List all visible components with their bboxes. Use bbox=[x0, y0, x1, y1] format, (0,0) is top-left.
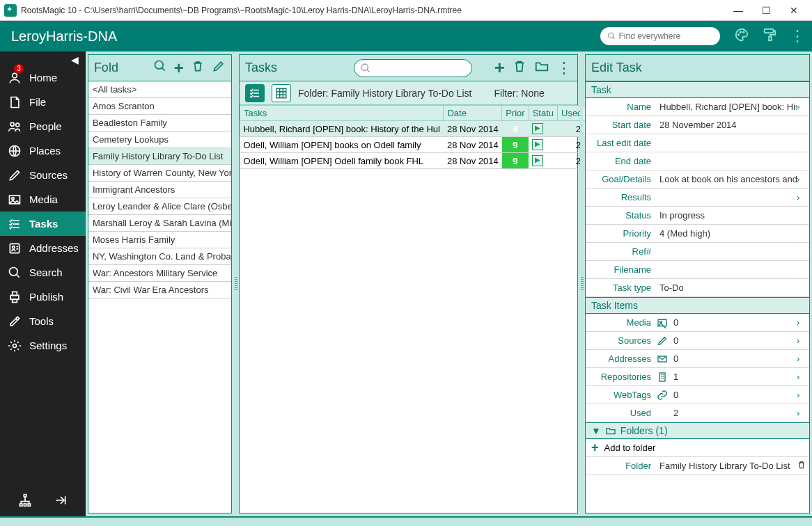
sidebar-item-sources[interactable]: Sources bbox=[0, 163, 86, 187]
item-addresses[interactable]: Addresses0› bbox=[586, 350, 809, 368]
sidebar-item-people[interactable]: People bbox=[0, 114, 86, 138]
task-row[interactable]: Hubbell, Richard [OPEN] book: History of… bbox=[240, 121, 586, 137]
sidebar-item-tools[interactable]: Tools bbox=[0, 309, 86, 333]
item-label: Sources bbox=[586, 335, 655, 346]
task-row[interactable]: Odell, William [OPEN] Odell family book … bbox=[240, 153, 586, 169]
field-tasktype[interactable]: Task typeTo-Do bbox=[586, 279, 809, 297]
item-value: 2 bbox=[669, 406, 797, 420]
tools-icon bbox=[7, 314, 22, 328]
maximize-button[interactable]: ☐ bbox=[752, 0, 780, 21]
folders-title: Fold bbox=[94, 61, 118, 75]
folders-search-icon[interactable] bbox=[153, 59, 167, 77]
sidebar-item-addresses[interactable]: Addresses bbox=[0, 236, 86, 260]
field-filename[interactable]: Filename bbox=[586, 261, 809, 279]
task-row[interactable]: Odell, William [OPEN] books on Odell fam… bbox=[240, 137, 586, 153]
field-end[interactable]: End date bbox=[586, 152, 809, 170]
folder-row[interactable]: Family History Library To-Do List bbox=[88, 148, 231, 165]
sidebar-item-places[interactable]: Places bbox=[0, 138, 86, 163]
svg-rect-5 bbox=[765, 29, 774, 33]
folder-row[interactable]: Cemetery Lookups bbox=[88, 132, 231, 148]
item-webtags[interactable]: WebTags0› bbox=[586, 386, 809, 404]
paint-icon[interactable] bbox=[762, 27, 777, 46]
gear-icon bbox=[7, 339, 22, 353]
task-cell: Odell, William [OPEN] books on Odell fam… bbox=[240, 137, 444, 153]
user-icon: 3 bbox=[7, 71, 22, 85]
field-priority[interactable]: Priority4 (Med high) bbox=[586, 225, 809, 243]
task-cell: Odell, William [OPEN] Odell family book … bbox=[240, 153, 444, 169]
list-view-button[interactable] bbox=[245, 84, 265, 102]
field-value bbox=[655, 141, 809, 145]
palette-icon[interactable] bbox=[734, 27, 749, 46]
tasks-pane: Tasks + ⋮ Folder: Family History Library… bbox=[239, 54, 578, 513]
global-search[interactable] bbox=[600, 27, 720, 45]
grid-view-button[interactable] bbox=[272, 84, 291, 102]
folder-row[interactable]: Marshall Leroy & Sarah Lavina (Miller) bbox=[88, 215, 231, 232]
field-goal[interactable]: Goal/DetailsLook at book on his ancestor… bbox=[586, 170, 809, 189]
folder-row[interactable]: NY, Washington Co. Land & Probate l bbox=[88, 248, 231, 265]
folder-row[interactable]: Immigrant Ancestors bbox=[88, 182, 231, 198]
delete-folder-icon[interactable] bbox=[797, 460, 809, 472]
svg-point-3 bbox=[740, 31, 741, 33]
sidebar-item-settings[interactable]: Settings bbox=[0, 333, 86, 358]
field-label: Goal/Details bbox=[586, 174, 655, 184]
column-header[interactable]: Tasks bbox=[240, 106, 444, 121]
column-header[interactable]: Date bbox=[444, 106, 502, 121]
tasks-folder-icon[interactable] bbox=[534, 58, 549, 77]
folder-row[interactable]: War: Ancestors Military Service bbox=[88, 265, 231, 282]
section-folders[interactable]: ▼ Folders (1) bbox=[586, 422, 809, 439]
sidebar-item-label: Settings bbox=[29, 340, 67, 351]
tasks-add-icon[interactable]: + bbox=[494, 57, 505, 79]
column-header[interactable]: Prior bbox=[502, 106, 529, 121]
more-icon[interactable]: ⋮ bbox=[790, 27, 805, 45]
folder-row[interactable]: Amos Scranton bbox=[88, 98, 231, 115]
folder-list[interactable]: <All tasks>Amos ScrantonBeadleston Famil… bbox=[88, 81, 231, 298]
field-start[interactable]: Start date28 November 2014 bbox=[586, 116, 809, 134]
item-sources[interactable]: Sources0› bbox=[586, 332, 809, 350]
sidebar-item-search[interactable]: Search bbox=[0, 260, 86, 285]
close-button[interactable]: ✕ bbox=[780, 0, 808, 21]
sidebar-item-file[interactable]: File bbox=[0, 90, 86, 114]
titlebar: RootsMagic 10 - C:\Users\harri\Documents… bbox=[0, 0, 812, 21]
tasks-table[interactable]: TasksDatePriorStatuUsed Hubbell, Richard… bbox=[240, 105, 586, 169]
minimize-button[interactable]: ― bbox=[724, 0, 752, 21]
tasks-folder-label: Folder: Family History Library To-Do Lis… bbox=[298, 88, 471, 99]
folder-row[interactable]: Beadleston Family bbox=[88, 115, 231, 132]
tasks-delete-icon[interactable] bbox=[512, 58, 527, 77]
sidebar-item-media[interactable]: Media bbox=[0, 187, 86, 212]
folder-row[interactable]: History of Warren County, New York bbox=[88, 165, 231, 182]
add-to-folder-row[interactable]: + Add to folder bbox=[586, 439, 809, 457]
field-lastedit[interactable]: Last edit date bbox=[586, 134, 809, 152]
field-results[interactable]: Results› bbox=[586, 189, 809, 207]
item-media[interactable]: Media0› bbox=[586, 314, 809, 332]
sidebar-item-tasks[interactable]: Tasks bbox=[0, 212, 86, 236]
tasks-search[interactable] bbox=[354, 59, 472, 77]
tasks-more-icon[interactable]: ⋮ bbox=[556, 59, 572, 77]
resizer-1[interactable] bbox=[234, 51, 237, 516]
resizer-2[interactable] bbox=[580, 51, 583, 516]
field-name[interactable]: NameHubbell, Richard [OPEN] book: Histor… bbox=[586, 98, 809, 116]
building-icon bbox=[655, 372, 669, 383]
field-status[interactable]: StatusIn progress bbox=[586, 207, 809, 225]
sidebar-item-label: Media bbox=[29, 193, 58, 205]
goto-end-icon[interactable] bbox=[54, 493, 68, 509]
folders-add-icon[interactable]: + bbox=[174, 58, 184, 78]
folders-delete-icon[interactable] bbox=[191, 59, 205, 77]
folder-row[interactable]: Moses Harris Family bbox=[88, 232, 231, 248]
folder-row[interactable]: <All tasks> bbox=[88, 81, 231, 98]
checklist-icon bbox=[7, 217, 22, 231]
folder-row[interactable]: Leroy Leander & Alice Clare (Osberg) bbox=[88, 198, 231, 215]
item-used[interactable]: Used2› bbox=[586, 404, 809, 422]
sidebar-item-publish[interactable]: Publish bbox=[0, 285, 86, 309]
sidebar-item-home[interactable]: 3Home bbox=[0, 65, 86, 90]
folders-edit-icon[interactable] bbox=[212, 59, 226, 77]
field-value: To-Do bbox=[655, 280, 809, 295]
sidebar-collapse-icon[interactable]: ◀ bbox=[0, 51, 86, 65]
item-repos[interactable]: Repositories1› bbox=[586, 368, 809, 386]
column-header[interactable]: Statu bbox=[529, 106, 557, 121]
folder-field-row[interactable]: Folder Family History Library To-Do List bbox=[586, 457, 809, 475]
global-search-input[interactable] bbox=[618, 31, 713, 41]
folder-row[interactable]: War: Civil War Era Ancestors bbox=[88, 282, 231, 298]
field-label: Name bbox=[586, 102, 655, 112]
family-tree-icon[interactable] bbox=[18, 493, 32, 509]
field-ref[interactable]: Ref# bbox=[586, 243, 809, 261]
